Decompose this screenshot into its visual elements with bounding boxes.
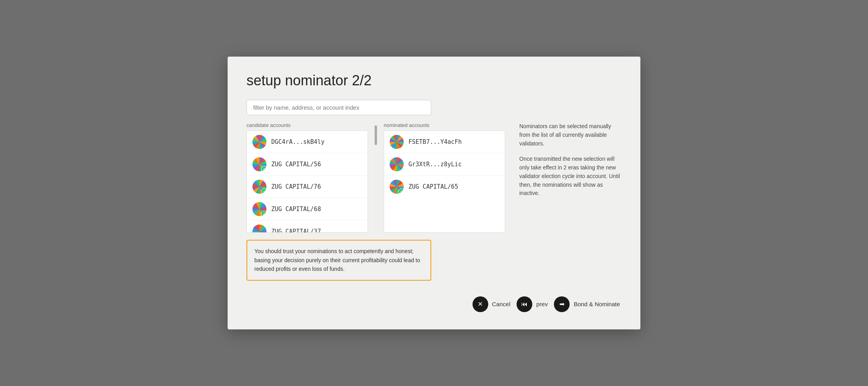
avatar: ✓ [390,180,404,194]
warning-text: You should trust your nominations to act… [254,247,423,273]
nominated-accounts-box[interactable]: FSETB7...Y4acFh Gr3XtR...z8yLic ✓ [384,131,505,233]
filter-input[interactable] [246,100,431,115]
account-name: ZUG CAPITAL/56 [271,161,321,168]
candidate-accounts-box[interactable]: DGC4rA...skB4ly ✓ ZUG CAPITAL/56 ✓ [246,131,368,233]
candidate-account-item[interactable]: ✓ ZUG CAPITAL/56 [247,153,368,176]
account-name: DGC4rA...skB4ly [271,138,324,145]
prev-icon: ⏮ [517,296,532,312]
verified-badge: ✓ [261,166,267,171]
prev-button[interactable]: ⏮ prev [515,293,549,315]
account-name: ZUG CAPITAL/68 [271,206,321,213]
nominated-account-item[interactable]: Gr3XtR...z8yLic [384,153,505,176]
account-name: ZUG CAPITAL/37 [271,228,321,233]
candidate-account-item[interactable]: ✓ ZUG CAPITAL/37 [247,221,368,233]
candidate-account-item[interactable]: ✓ ZUG CAPITAL/76 [247,176,368,198]
account-name: ZUG CAPITAL/76 [271,183,321,190]
modal-dialog: setup nominator 2/2 candidate accounts D… [228,57,640,329]
bond-nominate-button[interactable]: ➡ Bond & Nominate [552,293,622,315]
avatar [390,135,404,149]
bond-nominate-icon: ➡ [554,296,570,312]
verified-badge: ✓ [261,188,267,194]
avatar: ✓ [252,180,267,194]
accounts-row: candidate accounts DGC4rA...skB4ly ✓ [246,122,622,233]
info-paragraph-2: Once transmitted the new selection will … [519,155,622,197]
candidate-accounts-section: candidate accounts DGC4rA...skB4ly ✓ [246,122,368,233]
scrollbar-thumb[interactable] [375,125,377,145]
modal-title: setup nominator 2/2 [246,72,622,89]
nominated-account-item[interactable]: FSETB7...Y4acFh [384,131,505,153]
cancel-button[interactable]: ✕ Cancel [471,293,512,315]
account-name: ZUG CAPITAL/65 [408,183,458,190]
warning-box: You should trust your nominations to act… [246,240,431,280]
scrollbar-divider [374,122,377,145]
avatar [252,135,267,149]
bond-nominate-label: Bond & Nominate [574,301,620,307]
verified-badge: ✓ [398,188,404,194]
footer-buttons: ✕ Cancel ⏮ prev ➡ Bond & Nominate [246,293,622,315]
cancel-label: Cancel [492,301,511,307]
cancel-icon: ✕ [473,296,488,312]
avatar [390,157,404,171]
verified-badge: ✓ [261,211,267,216]
avatar: ✓ [252,202,267,216]
candidate-account-item[interactable]: DGC4rA...skB4ly [247,131,368,153]
account-name: Gr3XtR...z8yLic [408,161,462,168]
avatar: ✓ [252,157,267,171]
nominated-accounts-section: nominated accounts FSETB7...Y4acFh Gr3Xt… [384,122,505,233]
info-paragraph-1: Nominators can be selected manually from… [519,122,622,148]
modal-backdrop: setup nominator 2/2 candidate accounts D… [0,0,868,386]
nominated-account-item[interactable]: ✓ ZUG CAPITAL/65 [384,176,505,198]
avatar: ✓ [252,224,267,233]
nominated-accounts-label: nominated accounts [384,122,505,128]
info-panel: Nominators can be selected manually from… [511,122,622,205]
prev-label: prev [536,301,548,307]
candidate-account-item[interactable]: ✓ ZUG CAPITAL/68 [247,198,368,221]
account-name: FSETB7...Y4acFh [408,138,462,145]
candidate-accounts-label: candidate accounts [246,122,368,128]
